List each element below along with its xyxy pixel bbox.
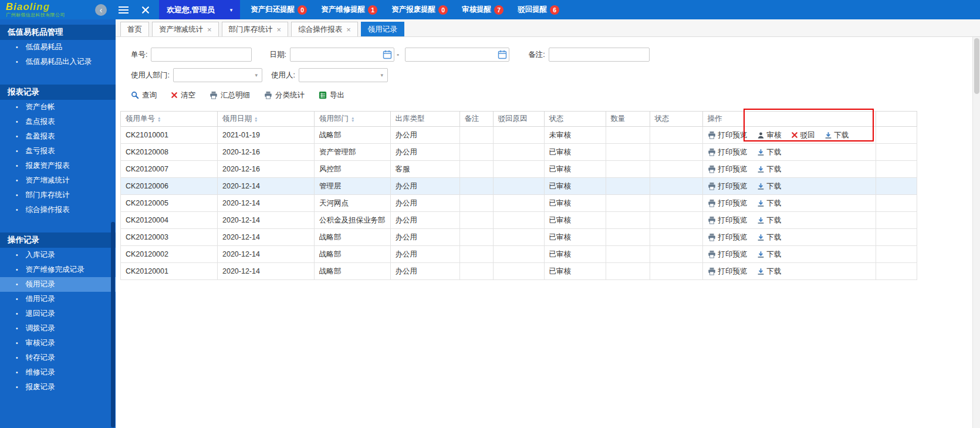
calendar-icon[interactable] xyxy=(383,50,392,59)
clear-button[interactable]: 清空 xyxy=(171,90,195,100)
sort-icon[interactable]: ▲▼ xyxy=(157,116,161,122)
table-row[interactable]: CK201200082020-12-16资产管理部办公用已审核打印预览下载 xyxy=(121,144,917,161)
tab-close-icon[interactable]: × xyxy=(277,26,282,33)
tab-close-icon[interactable]: × xyxy=(346,26,351,33)
print-preview-button[interactable]: 打印预览 xyxy=(708,232,748,242)
sidebar-item[interactable]: •低值易耗品出入记录 xyxy=(0,55,116,69)
sidebar-item[interactable]: •盘盈报表 xyxy=(0,129,116,144)
sidebar-item[interactable]: •退回记录 xyxy=(0,306,116,321)
print-preview-button[interactable]: 打印预览 xyxy=(708,250,748,260)
sidebar-item[interactable]: •报废记录 xyxy=(0,380,116,395)
table-row[interactable]: CK201200072020-12-16风控部客服已审核打印预览下载 xyxy=(121,161,917,178)
download-button[interactable]: 下载 xyxy=(824,130,849,140)
records-table-wrap: 领用单号▲▼领用日期▲▼领用部门▲▼出库类型备注驳回原因状态数量状态操作 CK2… xyxy=(120,111,980,280)
cell-dept: 战略部 xyxy=(315,229,391,246)
download-button[interactable]: 下载 xyxy=(757,267,782,277)
bullet-icon: • xyxy=(16,148,18,154)
sidebar-item[interactable]: •资产台帐 xyxy=(0,100,116,114)
cell-empty xyxy=(876,144,917,161)
sidebar-item[interactable]: •借用记录 xyxy=(0,292,116,306)
notification-label: 审核提醒 xyxy=(462,5,491,15)
topbar-notification-3[interactable]: 审核提醒7 xyxy=(462,5,503,15)
category-stats-button[interactable]: 分类统计 xyxy=(264,90,305,100)
sidebar-item-label: 资产增减统计 xyxy=(26,176,70,186)
sidebar-item[interactable]: •综合操作报表 xyxy=(0,203,116,217)
topbar-notification-2[interactable]: 资产报废提醒0 xyxy=(391,5,448,15)
sidebar-item[interactable]: •盘点报表 xyxy=(0,114,116,129)
sidebar-item[interactable]: •盘亏报表 xyxy=(0,144,116,159)
sidebar-item-label: 入库记录 xyxy=(26,250,55,260)
printer-icon xyxy=(264,91,272,99)
print-preview-button[interactable]: 打印预览 xyxy=(708,181,748,191)
page-scrollbar-thumb[interactable] xyxy=(974,38,979,94)
sidebar-item[interactable]: •维修记录 xyxy=(0,365,116,380)
reject-button[interactable]: 驳回 xyxy=(791,130,815,140)
date-to-input[interactable] xyxy=(405,48,509,62)
sidebar-item[interactable]: •资产增减统计 xyxy=(0,173,116,188)
table-row[interactable]: CK201200032020-12-14战略部办公用已审核打印预览下载 xyxy=(121,229,917,246)
action-label: 下载 xyxy=(767,147,782,157)
print-preview-button[interactable]: 打印预览 xyxy=(708,164,748,174)
sidebar-item[interactable]: •入库记录 xyxy=(0,248,116,262)
download-button[interactable]: 下载 xyxy=(757,198,782,208)
download-button[interactable]: 下载 xyxy=(757,232,782,242)
tab-asset-change-statistics[interactable]: 资产增减统计× xyxy=(152,22,219,36)
order-no-input[interactable] xyxy=(151,48,252,62)
table-row[interactable]: CK201200062020-12-14管理层办公用已审核打印预览下载 xyxy=(121,178,917,195)
download-button[interactable]: 下载 xyxy=(757,215,782,225)
welcome-user-dropdown[interactable]: 欢迎您,管理员 ▾ xyxy=(159,0,240,19)
sidebar-item[interactable]: •转存记录 xyxy=(0,351,116,365)
query-button[interactable]: 查询 xyxy=(131,90,157,100)
cell-reject_reason xyxy=(493,127,544,144)
topbar-notification-0[interactable]: 资产归还提醒0 xyxy=(251,5,307,15)
cell-out_type: 办公用 xyxy=(390,178,459,195)
table-row[interactable]: CK201200012020-12-14战略部办公用已审核打印预览下载 xyxy=(121,263,917,280)
print-preview-button[interactable]: 打印预览 xyxy=(708,267,748,277)
sidebar-item[interactable]: •资产维修完成记录 xyxy=(0,262,116,277)
download-button[interactable]: 下载 xyxy=(757,181,782,191)
sidebar-item[interactable]: •部门库存统计 xyxy=(0,188,116,203)
print-preview-button[interactable]: 打印预览 xyxy=(708,198,748,208)
records-table: 领用单号▲▼领用日期▲▼领用部门▲▼出库类型备注驳回原因状态数量状态操作 CK2… xyxy=(120,111,917,280)
table-row[interactable]: CK210100012021-01-19战略部办公用未审核打印预览审核驳回下载 xyxy=(121,127,917,144)
download-button[interactable]: 下载 xyxy=(757,250,782,260)
tab-comprehensive-operation-report[interactable]: 综合操作报表× xyxy=(291,22,358,36)
approve-button[interactable]: 审核 xyxy=(757,130,782,140)
summary-detail-button[interactable]: 汇总明细 xyxy=(209,90,250,100)
tab-department-inventory-statistics[interactable]: 部门库存统计× xyxy=(222,22,289,36)
sidebar-item[interactable]: •审核记录 xyxy=(0,336,116,351)
tab-requisition-records[interactable]: 领用记录 xyxy=(361,22,404,36)
hamburger-menu-icon[interactable] xyxy=(119,6,129,14)
print-preview-button[interactable]: 打印预览 xyxy=(708,130,748,140)
download-button[interactable]: 下载 xyxy=(757,147,782,157)
topbar-notification-1[interactable]: 资产维修提醒1 xyxy=(321,5,377,15)
sidebar-item[interactable]: •调拨记录 xyxy=(0,321,116,336)
user-dept-select[interactable]: ▾ xyxy=(173,68,262,82)
sidebar-scrollbar[interactable] xyxy=(111,222,115,427)
user-select[interactable]: ▾ xyxy=(299,68,388,82)
print-preview-button[interactable]: 打印预览 xyxy=(708,215,748,225)
date-from-input[interactable] xyxy=(290,48,394,62)
download-button[interactable]: 下载 xyxy=(757,164,782,174)
sort-icon[interactable]: ▲▼ xyxy=(254,116,258,122)
bullet-icon: • xyxy=(16,281,18,288)
sidebar-item[interactable]: •低值易耗品 xyxy=(0,40,116,55)
close-icon[interactable] xyxy=(141,6,150,14)
topbar-notification-4[interactable]: 驳回提醒6 xyxy=(518,5,559,15)
table-row[interactable]: CK201200042020-12-14公积金及担保业务部办公用已审核打印预览下… xyxy=(121,212,917,229)
tab-home[interactable]: 首页 xyxy=(120,22,149,36)
export-button[interactable]: 导出 xyxy=(319,90,344,100)
print-preview-button[interactable]: 打印预览 xyxy=(708,147,748,157)
sidebar-item[interactable]: •报废资产报表 xyxy=(0,159,116,173)
page-scrollbar[interactable] xyxy=(972,37,980,428)
collapse-sidebar-button[interactable]: ‹ xyxy=(95,4,107,16)
table-row[interactable]: CK201200052020-12-14天河网点办公用已审核打印预览下载 xyxy=(121,195,917,212)
table-row[interactable]: CK201200022020-12-14战略部办公用已审核打印预览下载 xyxy=(121,246,917,263)
bullet-icon: • xyxy=(16,296,18,302)
cell-actions: 打印预览下载 xyxy=(702,263,876,280)
calendar-icon[interactable] xyxy=(498,50,507,59)
remark-input[interactable] xyxy=(549,48,650,62)
sort-icon[interactable]: ▲▼ xyxy=(351,116,354,122)
tab-close-icon[interactable]: × xyxy=(207,26,212,33)
sidebar-item[interactable]: •领用记录 xyxy=(0,277,116,292)
